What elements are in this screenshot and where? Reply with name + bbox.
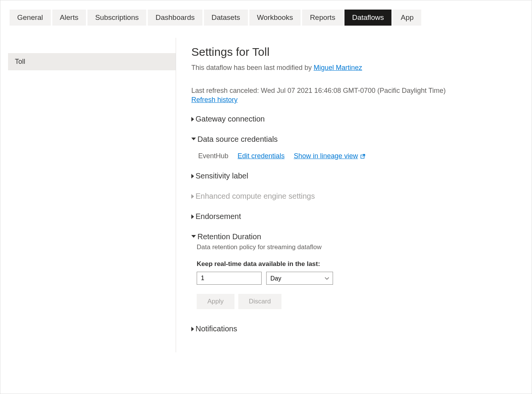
tab-dataflows[interactable]: Dataflows <box>344 10 391 26</box>
tab-general[interactable]: General <box>10 10 51 26</box>
section-gateway-header[interactable]: Gateway connection <box>191 115 516 123</box>
page-title: Settings for Toll <box>191 45 516 58</box>
section-gateway: Gateway connection <box>191 115 516 123</box>
show-lineage-link[interactable]: Show in lineage view <box>294 152 365 160</box>
caret-right-icon <box>191 214 194 219</box>
caret-right-icon <box>191 194 194 199</box>
external-link-icon <box>360 154 365 159</box>
modified-prefix: This dataflow has been last modified by <box>191 64 314 71</box>
retention-description: Data retention policy for streaming data… <box>197 243 516 251</box>
section-retention-header[interactable]: Retention Duration <box>191 232 516 241</box>
section-notifications: Notifications <box>191 324 516 333</box>
content-area: Toll Settings for Toll This dataflow has… <box>0 38 532 352</box>
section-credentials-body: EventHub Edit credentials Show in lineag… <box>198 152 516 160</box>
sidebar-item-toll[interactable]: Toll <box>8 53 176 70</box>
tab-datasets[interactable]: Datasets <box>204 10 248 26</box>
tab-dashboards[interactable]: Dashboards <box>148 10 202 26</box>
show-lineage-label: Show in lineage view <box>294 152 358 160</box>
retention-duration-input[interactable] <box>197 272 262 285</box>
retention-body: Keep real-time data available in the las… <box>197 260 516 309</box>
main-panel: Settings for Toll This dataflow has been… <box>176 38 532 352</box>
modified-by-link[interactable]: Miguel Martinez <box>314 64 362 71</box>
refresh-history-link[interactable]: Refresh history <box>191 96 238 104</box>
last-refresh-line: Last refresh canceled: Wed Jul 07 2021 1… <box>191 86 516 96</box>
caret-right-icon <box>191 327 194 331</box>
discard-button[interactable]: Discard <box>238 294 282 309</box>
section-notifications-title: Notifications <box>196 324 237 333</box>
section-endorsement-title: Endorsement <box>196 212 241 221</box>
tab-alerts[interactable]: Alerts <box>52 10 86 26</box>
retention-unit-select[interactable]: Day <box>266 272 333 285</box>
edit-credentials-link[interactable]: Edit credentials <box>238 152 285 160</box>
caret-down-icon <box>191 138 196 140</box>
section-sensitivity-header[interactable]: Sensitivity label <box>191 172 516 180</box>
tab-subscriptions[interactable]: Subscriptions <box>87 10 146 26</box>
tab-reports[interactable]: Reports <box>302 10 343 26</box>
section-compute-title: Enhanced compute engine settings <box>196 192 315 201</box>
section-gateway-title: Gateway connection <box>196 115 265 123</box>
tab-app[interactable]: App <box>393 10 421 26</box>
caret-right-icon <box>191 117 194 122</box>
section-sensitivity-title: Sensitivity label <box>196 172 248 180</box>
section-credentials-title: Data source credentials <box>197 135 278 144</box>
sidebar: Toll <box>0 38 176 352</box>
settings-sections: Gateway connection Data source credentia… <box>191 115 516 333</box>
section-retention-title: Retention Duration <box>197 232 261 241</box>
section-notifications-header[interactable]: Notifications <box>191 324 516 333</box>
caret-down-icon <box>191 235 196 238</box>
section-endorsement: Endorsement <box>191 212 516 221</box>
section-compute-header: Enhanced compute engine settings <box>191 192 516 201</box>
section-endorsement-header[interactable]: Endorsement <box>191 212 516 221</box>
section-sensitivity: Sensitivity label <box>191 172 516 180</box>
section-credentials: Data source credentials EventHub Edit cr… <box>191 135 516 160</box>
tab-workbooks[interactable]: Workbooks <box>249 10 301 26</box>
caret-right-icon <box>191 174 194 178</box>
section-retention: Retention Duration Data retention policy… <box>191 232 516 309</box>
retention-field-label: Keep real-time data available in the las… <box>197 260 516 268</box>
section-credentials-header[interactable]: Data source credentials <box>191 135 516 144</box>
apply-button[interactable]: Apply <box>197 294 234 309</box>
section-compute: Enhanced compute engine settings <box>191 192 516 201</box>
modified-by-line: This dataflow has been last modified by … <box>191 64 516 72</box>
tabs-bar: General Alerts Subscriptions Dashboards … <box>0 0 532 26</box>
credential-source-name: EventHub <box>198 152 228 160</box>
